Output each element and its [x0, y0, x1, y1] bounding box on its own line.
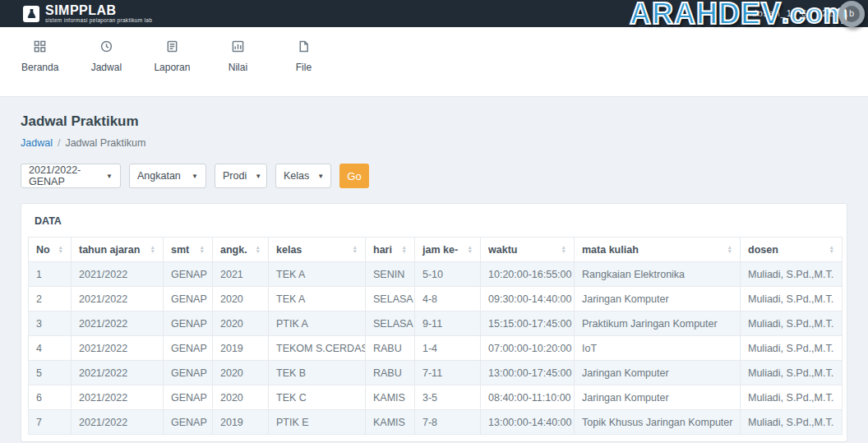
- col-header-waktu[interactable]: waktu▲▼: [481, 238, 575, 262]
- table-cell: TEK A: [269, 287, 366, 311]
- table-cell: Muliadi, S.Pd.,M.T.: [741, 287, 843, 311]
- table-cell: 2021/2022: [72, 361, 164, 385]
- table-cell: 2020: [213, 311, 269, 336]
- breadcrumb-separator: /: [58, 137, 60, 149]
- table-cell: 5-10: [415, 262, 481, 287]
- sort-icon: ▲▼: [150, 246, 155, 253]
- table-cell: 13:00:00-17:45:00: [481, 361, 575, 385]
- brand-name: SIMPPLAB: [45, 4, 152, 17]
- table-cell: 6: [29, 385, 72, 410]
- chevron-down-icon: ▼: [106, 173, 113, 180]
- sort-icon: ▲▼: [353, 246, 358, 253]
- chevron-down-icon: ▼: [192, 173, 198, 180]
- table-cell: 2021/2022: [72, 287, 164, 311]
- col-header-no[interactable]: No▲▼: [29, 238, 72, 262]
- col-header-tahun-ajaran[interactable]: tahun ajaran▲▼: [72, 238, 164, 262]
- nav-item-beranda[interactable]: Beranda: [21, 40, 58, 86]
- col-header-jam-ke[interactable]: jam ke-▲▼: [415, 238, 481, 262]
- breadcrumb-current: Jadwal Praktikum: [65, 137, 145, 149]
- table-cell: 2019: [213, 410, 269, 435]
- sort-icon: ▲▼: [256, 246, 261, 253]
- nav-item-laporan[interactable]: Laporan: [154, 40, 190, 86]
- table-cell: 2021/2022: [72, 336, 164, 361]
- table-cell: Muliadi, S.Pd.,M.T.: [741, 336, 843, 361]
- table-cell: 7-11: [415, 361, 481, 385]
- table-cell: SELASA: [366, 311, 415, 336]
- table-cell: 2021/2022: [72, 262, 164, 287]
- table-cell: TEKOM S.CERDAS: [269, 336, 366, 361]
- table-cell: Muliadi, S.Pd.,M.T.: [741, 361, 843, 385]
- table-cell: 2021/2022: [72, 311, 164, 336]
- table-cell: TEK B: [269, 361, 366, 385]
- table-cell: Praktikum Jaringan Komputer: [575, 311, 741, 336]
- table-cell: 15:15:00-17:45:00: [481, 311, 575, 336]
- main-navbar: Beranda Jadwal Laporan Nilai: [0, 27, 868, 97]
- col-header-angk[interactable]: angk.▲▼: [213, 238, 269, 262]
- sort-icon: ▲▼: [468, 246, 473, 253]
- table-cell: KAMIS: [366, 385, 415, 410]
- sort-icon: ▲▼: [58, 246, 63, 253]
- nav-item-jadwal[interactable]: Jadwal: [88, 40, 124, 86]
- file-icon: [298, 40, 310, 56]
- table-cell: GENAP: [164, 287, 213, 311]
- table-cell: 2: [29, 287, 72, 311]
- table-cell: PTIK A: [269, 311, 366, 336]
- nav-label: Jadwal: [91, 62, 122, 73]
- table-cell: 2019: [213, 336, 269, 361]
- col-header-smt[interactable]: smt▲▼: [164, 238, 213, 262]
- table-cell: 4: [29, 336, 72, 361]
- breadcrumb-link-jadwal[interactable]: Jadwal: [21, 137, 53, 149]
- table-cell: Muliadi, S.Pd.,M.T.: [741, 311, 843, 336]
- table-row: 22021/2022GENAP2020TEK ASELASA4-809:30:0…: [29, 287, 843, 311]
- prodi-select[interactable]: Prodi ▼: [215, 164, 267, 188]
- table-cell: GENAP: [164, 410, 213, 435]
- table-cell: 7: [29, 410, 72, 435]
- table-cell: 2021/2022: [72, 385, 164, 410]
- table-cell: GENAP: [164, 311, 213, 336]
- table-cell: 2021: [213, 262, 269, 287]
- kelas-value: Kelas: [284, 170, 309, 182]
- page-title: Jadwal Praktikum: [21, 113, 847, 130]
- table-header: No▲▼ tahun ajaran▲▼ smt▲▼ angk.▲▼ kelas▲…: [29, 238, 843, 262]
- chevron-down-icon: ▼: [255, 173, 261, 180]
- breadcrumb: Jadwal/Jadwal Praktikum: [21, 137, 847, 149]
- sort-icon: ▲▼: [200, 246, 205, 253]
- filter-bar: 2021/2022-GENAP ▼ Angkatan ▼ Prodi ▼ Kel…: [21, 164, 847, 188]
- table-cell: 2020: [213, 385, 269, 410]
- col-header-hari[interactable]: hari▲▼: [366, 238, 415, 262]
- brand-subtitle: sistem informasi pelaporan praktikum lab: [45, 17, 152, 23]
- table-cell: 1-4: [415, 336, 481, 361]
- table-cell: Jaringan Komputer: [575, 385, 741, 410]
- brand[interactable]: SIMPPLAB sistem informasi pelaporan prak…: [23, 4, 152, 23]
- col-header-dosen[interactable]: dosen▲▼: [741, 238, 843, 262]
- go-button[interactable]: Go: [339, 164, 369, 188]
- col-header-mata-kuliah[interactable]: mata kuliah▲▼: [575, 238, 741, 262]
- brand-logo-icon: [23, 6, 39, 22]
- table-cell: KAMIS: [366, 410, 415, 435]
- angkatan-select[interactable]: Angkatan ▼: [129, 164, 206, 188]
- tahun-ajaran-select[interactable]: 2021/2022-GENAP ▼: [21, 164, 121, 188]
- table-cell: Muliadi, S.Pd.,M.T.: [741, 385, 843, 410]
- table-body: 12021/2022GENAP2021TEK ASENIN5-1010:20:0…: [29, 262, 843, 435]
- nav-item-file[interactable]: File: [285, 40, 321, 86]
- table-cell: RABU: [366, 361, 415, 385]
- table-cell: 7-8: [415, 410, 481, 435]
- table-cell: Topik Khusus Jaringan Komputer: [575, 410, 741, 435]
- topbar-user-text: dosen_19 62 121.01b: [752, 8, 855, 18]
- table-cell: 1: [29, 262, 72, 287]
- table-cell: TEK A: [269, 262, 366, 287]
- card-title: DATA: [28, 204, 840, 237]
- jadwal-table: No▲▼ tahun ajaran▲▼ smt▲▼ angk.▲▼ kelas▲…: [28, 237, 843, 435]
- table-cell: 13:00:00-14:40:00: [481, 410, 575, 435]
- prodi-value: Prodi: [223, 170, 247, 182]
- table-cell: 07:00:00-10:20:00: [481, 336, 575, 361]
- table-cell: GENAP: [164, 385, 213, 410]
- nav-label: Laporan: [154, 62, 190, 73]
- table-row: 12021/2022GENAP2021TEK ASENIN5-1010:20:0…: [29, 262, 843, 287]
- table-row: 52021/2022GENAP2020TEK BRABU7-1113:00:00…: [29, 361, 843, 385]
- kelas-select[interactable]: Kelas ▼: [275, 164, 331, 188]
- nav-item-nilai[interactable]: Nilai: [219, 40, 256, 86]
- sort-icon: ▲▼: [402, 246, 407, 253]
- grid-icon: [34, 40, 46, 56]
- col-header-kelas[interactable]: kelas▲▼: [269, 238, 366, 262]
